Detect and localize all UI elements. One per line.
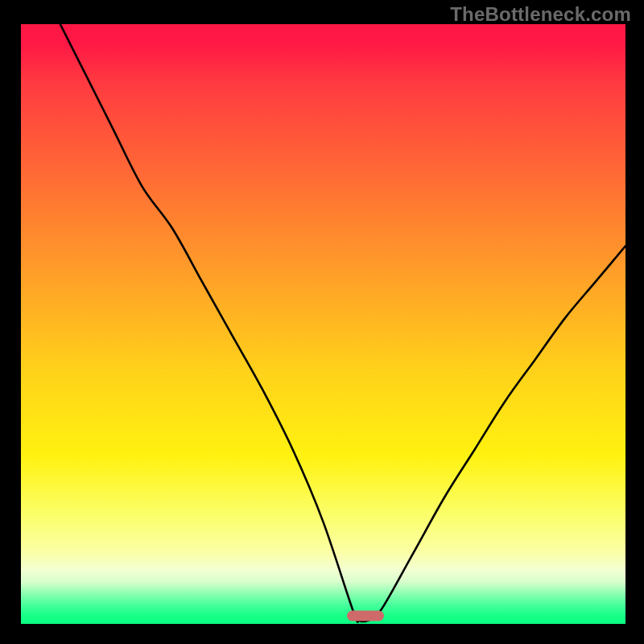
watermark-text: TheBottleneck.com [450, 3, 631, 26]
curve-path [60, 24, 625, 622]
optimum-marker [347, 611, 384, 621]
chart-frame: TheBottleneck.com [0, 0, 644, 644]
plot-area [21, 24, 625, 624]
bottleneck-curve [21, 24, 625, 624]
